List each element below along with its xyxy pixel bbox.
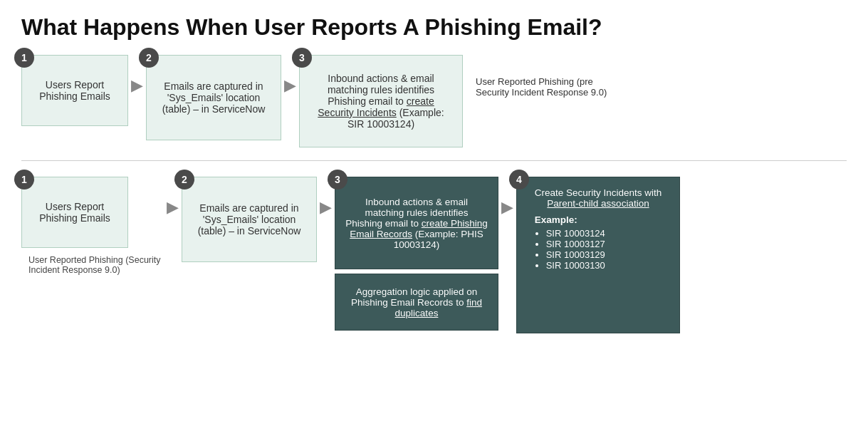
row1-step3-box: Inbound actions & email matching rules i… (299, 55, 463, 147)
row2-arrow-1: ▶ (164, 198, 182, 217)
row1-step3-container: 3 Inbound actions & email matching rules… (299, 55, 463, 147)
list-item: SIR 10003130 (546, 260, 662, 271)
section-divider (21, 160, 847, 161)
row2-step1-box: Users Report Phishing Emails (21, 177, 128, 248)
row2-step3-container: 3 Inbound actions & email matching rules… (335, 177, 498, 269)
row2-step3b-text: Aggregation logic applied on Phishing Em… (345, 286, 488, 318)
row1-step3-text: Inbound actions & email matching rules i… (310, 73, 452, 130)
row2-step4-content: Create Security Incidents with Parent-ch… (535, 187, 662, 271)
row1-step2-number: 2 (139, 48, 159, 68)
row2-step1-container: 1 Users Report Phishing Emails User Repo… (21, 177, 164, 275)
row2-step4-box: Create Security Incidents with Parent-ch… (516, 177, 680, 333)
row1: 1 Users Report Phishing Emails ▶ 2 Email… (21, 55, 847, 147)
row2-step3b-box: Aggregation logic applied on Phishing Em… (335, 274, 498, 331)
row2-step1-number: 1 (14, 170, 34, 190)
arrow-1: ▶ (128, 76, 146, 95)
row2-step4-title: Create Security Incidents with (535, 187, 662, 198)
row2-step1-text: Users Report Phishing Emails (32, 201, 117, 224)
list-item: SIR 10003129 (546, 249, 662, 260)
row2-step3-text: Inbound actions & email matching rules i… (345, 197, 488, 250)
list-item: SIR 10003127 (546, 239, 662, 249)
list-item: SIR 10003124 (546, 228, 662, 239)
row1-step2-box: Emails are captured in 'Sys_Emails' loca… (146, 55, 281, 140)
row1-step1-number: 1 (14, 48, 34, 68)
row1-step1-text: Users Report Phishing Emails (32, 79, 117, 102)
row1-side-note: User Reported Phishing (pre Security Inc… (476, 76, 618, 98)
row2-step2-number: 2 (174, 170, 194, 190)
arrow-2: ▶ (281, 76, 299, 95)
row2-step4-link: Parent-child association (547, 198, 649, 209)
row2-step3-stack: 3 Inbound actions & email matching rules… (335, 177, 498, 331)
row2-step2-container: 2 Emails are captured in 'Sys_Emails' lo… (182, 177, 317, 262)
row2-step4-number: 4 (509, 170, 529, 190)
row1-step1-box: Users Report Phishing Emails (21, 55, 128, 126)
row2-arrow-2: ▶ (317, 198, 335, 217)
row1-step1-container: 1 Users Report Phishing Emails (21, 55, 128, 126)
row2-step2-box: Emails are captured in 'Sys_Emails' loca… (182, 177, 317, 262)
row2-arrow-3: ▶ (498, 198, 516, 217)
row2-step4-bullet-list: SIR 10003124SIR 10003127SIR 10003129SIR … (546, 228, 662, 271)
row1-step3-number: 3 (292, 48, 312, 68)
row2-step2-text: Emails are captured in 'Sys_Emails' loca… (192, 202, 306, 237)
row2-step3-box: Inbound actions & email matching rules i… (335, 177, 498, 269)
row2: 1 Users Report Phishing Emails User Repo… (21, 177, 847, 333)
row2-step4-example-label: Example: (535, 214, 577, 225)
page-title: What Happens When User Reports A Phishin… (21, 14, 847, 41)
row2-step4-container: 4 Create Security Incidents with Parent-… (516, 177, 680, 333)
row2-step3-number: 3 (328, 170, 347, 190)
row1-step2-container: 2 Emails are captured in 'Sys_Emails' lo… (146, 55, 281, 140)
row2-bottom-note: User Reported Phishing (Security Inciden… (28, 255, 164, 275)
row1-step2-text: Emails are captured in 'Sys_Emails' loca… (157, 81, 271, 115)
